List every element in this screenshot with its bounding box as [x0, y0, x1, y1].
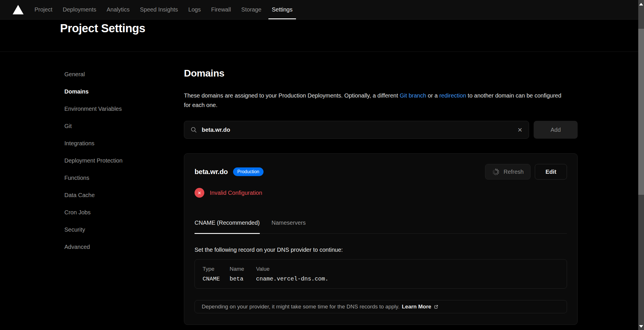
record-name-value: beta — [230, 276, 256, 282]
tab-nameservers[interactable]: Nameservers — [272, 220, 306, 234]
sidebar-item-cron-jobs[interactable]: Cron Jobs — [64, 209, 184, 215]
git-branch-link[interactable]: Git branch — [400, 92, 426, 99]
description-text: or a — [426, 92, 439, 99]
dns-record-table: Type Name Value CNAME beta cname.vercel-… — [195, 259, 567, 289]
scroll-down-arrow-icon[interactable] — [639, 325, 643, 328]
edit-button[interactable]: Edit — [535, 164, 567, 180]
vercel-logo[interactable] — [13, 0, 24, 19]
vercel-triangle-icon — [13, 5, 24, 14]
page-header: Project Settings — [0, 20, 638, 52]
record-type-tabs: CNAME (Recommended) Nameservers — [195, 220, 567, 234]
dns-propagation-note: Depending on your provider, it might tak… — [195, 300, 567, 313]
refresh-label: Refresh — [503, 169, 524, 175]
nav-tab-logs[interactable]: Logs — [185, 0, 204, 19]
add-domain-row: ✕ Add — [184, 121, 578, 139]
dns-instruction: Set the following record on your DNS pro… — [195, 247, 567, 253]
external-link-icon — [433, 304, 439, 310]
browser-scrollbar[interactable] — [638, 0, 644, 330]
content-area: General Domains Environment Variables Gi… — [0, 52, 638, 330]
note-text: Depending on your provider, it might tak… — [202, 304, 399, 310]
domains-section: Domains These domains are assigned to yo… — [184, 52, 578, 330]
redirection-link[interactable]: redirection — [439, 92, 466, 99]
spinner-icon — [492, 168, 500, 176]
error-circle-x-icon: ✕ — [195, 188, 204, 198]
nav-tab-project[interactable]: Project — [31, 0, 56, 19]
sidebar-item-functions[interactable]: Functions — [64, 175, 184, 181]
column-header-value: Value — [256, 266, 559, 272]
sidebar-item-git[interactable]: Git — [64, 123, 184, 129]
record-type-value: CNAME — [203, 276, 230, 282]
nav-tab-settings[interactable]: Settings — [268, 0, 296, 19]
refresh-button[interactable]: Refresh — [485, 164, 530, 180]
nav-tab-deployments[interactable]: Deployments — [59, 0, 100, 19]
app-window: Project Deployments Analytics Speed Insi… — [0, 0, 638, 330]
scrollbar-thumb[interactable] — [638, 29, 644, 195]
domain-card: beta.wr.do Production — [184, 153, 578, 325]
add-domain-button[interactable]: Add — [534, 121, 578, 139]
top-navigation: Project Deployments Analytics Speed Insi… — [0, 0, 638, 20]
search-icon — [191, 127, 197, 133]
domain-input[interactable] — [202, 127, 513, 133]
dns-record-row: CNAME beta cname.vercel-dns.com. — [203, 276, 559, 282]
sidebar-item-security[interactable]: Security — [64, 227, 184, 232]
dns-record-headers: Type Name Value — [203, 266, 559, 272]
sidebar-item-general[interactable]: General — [64, 71, 184, 77]
sidebar-item-integrations[interactable]: Integrations — [64, 140, 184, 146]
description-text: These domains are assigned to your Produ… — [184, 92, 400, 99]
domain-status: ✕ Invalid Configuration — [195, 188, 567, 198]
sidebar-item-deployment-protection[interactable]: Deployment Protection — [64, 158, 184, 163]
record-target-value: cname.vercel-dns.com. — [256, 276, 559, 282]
sidebar-item-environment-variables[interactable]: Environment Variables — [64, 106, 184, 112]
tab-cname-recommended[interactable]: CNAME (Recommended) — [195, 220, 260, 234]
page-title: Project Settings — [60, 20, 638, 35]
sidebar-item-data-cache[interactable]: Data Cache — [64, 192, 184, 198]
domain-input-container: ✕ — [184, 121, 529, 139]
sidebar-item-domains[interactable]: Domains — [64, 89, 184, 94]
learn-more-link[interactable]: Learn More — [402, 304, 439, 310]
domain-name: beta.wr.do — [195, 168, 228, 176]
domain-card-header: beta.wr.do Production — [195, 164, 567, 180]
scroll-up-arrow-icon[interactable] — [639, 3, 643, 5]
production-badge: Production — [233, 167, 264, 176]
column-header-type: Type — [203, 266, 230, 272]
nav-tab-storage[interactable]: Storage — [238, 0, 265, 19]
nav-tab-analytics[interactable]: Analytics — [103, 0, 133, 19]
nav-tab-speed-insights[interactable]: Speed Insights — [137, 0, 181, 19]
section-description: These domains are assigned to your Produ… — [184, 91, 568, 110]
section-title: Domains — [184, 68, 578, 79]
learn-more-label: Learn More — [402, 304, 431, 310]
settings-sidebar: General Domains Environment Variables Gi… — [0, 52, 184, 330]
clear-input-icon[interactable]: ✕ — [517, 127, 522, 133]
status-text: Invalid Configuration — [210, 190, 262, 196]
sidebar-item-advanced[interactable]: Advanced — [64, 244, 184, 250]
nav-tab-firewall[interactable]: Firewall — [208, 0, 234, 19]
column-header-name: Name — [230, 266, 256, 272]
